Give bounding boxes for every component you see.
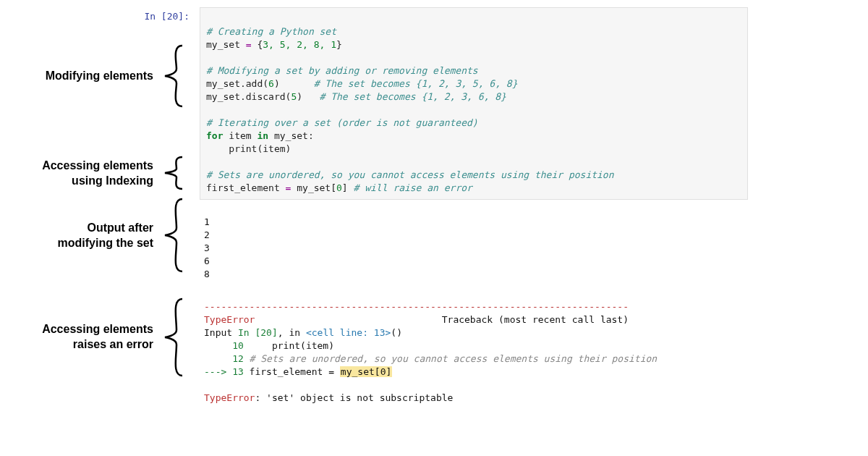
tb-text: () — [391, 327, 402, 338]
tb-grey-comment: # Sets are unordered, so you cannot acce… — [244, 353, 657, 364]
traceback-block: ----------------------------------------… — [204, 287, 739, 405]
brace-icon — [159, 156, 188, 190]
output-line: 2 — [204, 229, 210, 240]
code-number: 3, 5, 2, 8, 1 — [263, 39, 336, 50]
code-number: 0 — [336, 182, 342, 193]
annotation-line: Accessing elements — [42, 323, 153, 335]
code-text: my_set: — [268, 130, 314, 141]
code-text: my_set — [206, 39, 246, 50]
tb-line-num: 10 — [204, 340, 244, 351]
code-text: my_set.add( — [206, 78, 268, 89]
code-comment: # Sets are unordered, so you cannot acce… — [206, 169, 614, 180]
code-keyword: for — [206, 130, 223, 141]
tb-error-name: TypeError — [204, 314, 255, 325]
output-block: 1 2 3 6 8 — [204, 203, 210, 281]
code-text: ] — [342, 182, 354, 193]
code-text: ) — [297, 91, 319, 102]
tb-highlight: my_set[0] — [340, 366, 392, 377]
tb-text: , in — [278, 327, 306, 338]
annotation-line: Accessing elements — [42, 159, 153, 172]
output-line: 6 — [204, 256, 210, 266]
tb-line-num: 13 — [232, 366, 244, 377]
tb-arrow: ---> — [204, 366, 232, 377]
code-text: ) — [274, 78, 314, 89]
annotation-line: Output after — [87, 221, 153, 234]
tb-line-num: 12 — [204, 353, 244, 364]
code-op: = — [246, 39, 252, 50]
annotation-line: raises an error — [73, 338, 153, 350]
tb-final-msg: : 'set' object is not subscriptable — [255, 392, 453, 403]
output-line: 1 — [204, 216, 210, 227]
code-text: item — [223, 130, 257, 141]
tb-text: first_element = — [244, 366, 340, 377]
tb-text — [255, 314, 441, 325]
brace-icon — [159, 297, 188, 377]
tb-text: Input — [204, 327, 238, 338]
brace-icon — [159, 198, 188, 273]
code-comment: # Iterating over a set (order is not gua… — [206, 117, 478, 128]
tb-cell-ref: <cell line: 13> — [306, 327, 391, 338]
code-keyword: in — [257, 130, 268, 141]
output-line: 8 — [204, 269, 210, 279]
code-cell: # Creating a Python set my_set = {3, 5, … — [200, 7, 748, 200]
annotation-error: Accessing elements raises an error — [16, 322, 153, 352]
tb-input-num: In [20] — [238, 327, 278, 338]
code-text: first_element — [206, 182, 286, 193]
annotation-line: using Indexing — [72, 174, 153, 187]
brace-icon — [159, 44, 188, 108]
code-text: my_set.discard( — [206, 91, 291, 102]
code-text: print(item) — [206, 143, 291, 154]
code-comment: # The set becomes {1, 2, 3, 6, 8} — [320, 91, 506, 102]
output-line: 3 — [204, 242, 210, 253]
code-comment: # Creating a Python set — [206, 26, 336, 37]
code-number: 6 — [268, 78, 274, 89]
tb-label: Traceback (most recent call last) — [442, 314, 629, 325]
annotation-output: Output after modifying the set — [16, 221, 153, 251]
annotation-modifying: Modifying elements — [16, 69, 153, 84]
code-comment: # will raise an error — [354, 182, 472, 193]
annotation-line: modifying the set — [58, 237, 153, 249]
code-comment: # The set becomes {1, 2, 3, 5, 6, 8} — [314, 78, 518, 89]
code-text: { — [252, 39, 263, 50]
code-comment: # Modifying a set by adding or removing … — [206, 65, 478, 76]
tb-text: print(item) — [244, 340, 334, 351]
code-text: } — [336, 39, 342, 50]
tb-final-error: TypeError — [204, 392, 255, 403]
cell-prompt: In [20]: — [130, 11, 190, 22]
annotation-indexing: Accessing elements using Indexing — [16, 159, 153, 189]
tb-separator: ----------------------------------------… — [204, 301, 629, 312]
code-text: my_set[ — [291, 182, 336, 193]
